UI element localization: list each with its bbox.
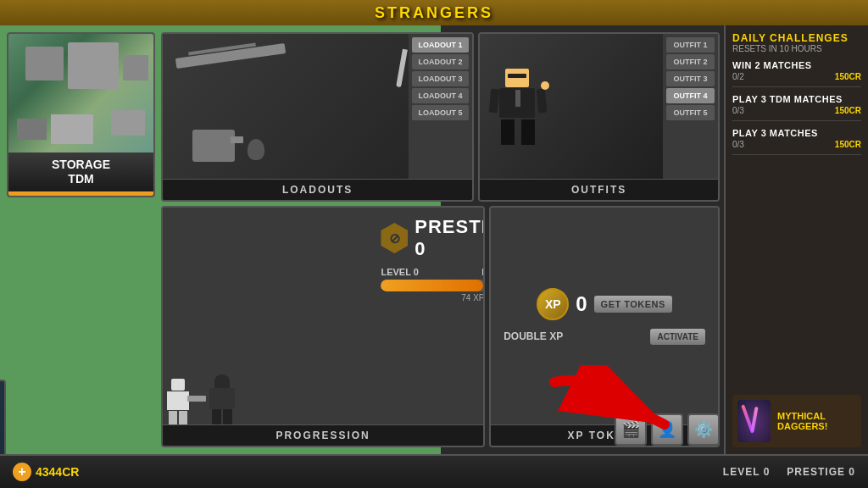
bottom-prestige: PRESTIGE 0	[787, 466, 855, 478]
resets-text: RESETS IN 10 HOURS	[732, 44, 861, 53]
double-xp-label: DOUBLE XP	[504, 330, 643, 342]
outfit-preview: OUTFIT 1 OUTFIT 2 OUTFIT 3 OUTFIT 4 OUTF…	[480, 34, 718, 179]
challenge-win-matches: WIN 2 MATCHES 0/2 150CR	[732, 60, 861, 87]
outfit-tab-5[interactable]: OUTFIT 5	[666, 105, 715, 120]
profile-icon: 👤	[658, 420, 676, 439]
level-labels: LEVEL 0 LEVEL 1	[381, 267, 485, 277]
level-progress-bar	[381, 280, 485, 291]
bottom-level: LEVEL 0	[723, 466, 770, 478]
map-preview	[8, 34, 153, 152]
progression-panel: ⊘ PRESTIGE 0 LEVEL 0 LEVEL 1	[161, 206, 485, 447]
activate-button[interactable]: ACTIVATE	[650, 329, 705, 345]
progression-characters	[163, 208, 298, 424]
challenge-name-3: PLAY 3 MATCHES	[732, 128, 861, 138]
progression-label: PROGRESSION	[163, 424, 483, 446]
add-currency-button[interactable]: +	[13, 463, 31, 481]
game-title: STRANGERS	[375, 4, 493, 22]
challenge-name-2: PLAY 3 TDM MATCHES	[732, 94, 861, 104]
loadout-tab-4[interactable]: LOADOUT 4	[412, 88, 469, 103]
loadout-tab-2[interactable]: LOADOUT 2	[412, 54, 469, 69]
bottom-left: + 4344CR	[13, 463, 79, 481]
level-bar-fill	[381, 280, 483, 291]
profile-button[interactable]: 👤	[651, 413, 683, 446]
daily-challenges-title: DAILY CHALLENGES	[732, 32, 861, 44]
challenge-progress-2: 0/3 150CR	[732, 106, 861, 115]
challenge-name-1: WIN 2 MATCHES	[732, 60, 861, 70]
challenge-tdm-matches: PLAY 3 TDM MATCHES 0/3 150CR	[732, 94, 861, 121]
character-figure	[497, 42, 539, 170]
weapon-grenade	[248, 139, 264, 160]
settings-icon: ⚙️	[694, 420, 713, 439]
double-xp-row: DOUBLE XP ACTIVATE	[499, 329, 709, 345]
outfit-tab-4[interactable]: OUTFIT 4	[666, 88, 715, 103]
outfit-tab-3[interactable]: OUTFIT 3	[666, 71, 715, 86]
xp-content: XP 0 GET TOKENS DOUBLE XP ACTIVATE	[491, 208, 718, 424]
deploy-button[interactable]: DEPLOY	[8, 191, 153, 197]
prog-char-white	[167, 379, 189, 424]
bottom-right: LEVEL 0 PRESTIGE 0	[723, 466, 855, 478]
currency-amount: 4344CR	[36, 465, 79, 479]
right-panel: DAILY CHALLENGES RESETS IN 10 HOURS WIN …	[724, 25, 868, 454]
loadout-tab-5[interactable]: LOADOUT 5	[412, 105, 469, 120]
map-section: STORAGE TDM DEPLOY	[7, 32, 155, 197]
xp-circle-icon: XP	[537, 288, 569, 320]
map-label: STORAGE TDM	[8, 152, 153, 191]
prestige-label: PRESTIGE 0	[415, 216, 485, 260]
bottom-bar: + 4344CR LEVEL 0 PRESTIGE 0	[0, 454, 868, 488]
loadout-preview: LOADOUT 1 LOADOUT 2 LOADOUT 3 LOADOUT 4 …	[163, 34, 472, 179]
xp-token-count: 0	[576, 292, 587, 316]
mythical-label: MYTHICAL DAGGERS!	[777, 411, 856, 431]
currency-badge: + 4344CR	[13, 463, 79, 481]
xp-counter: XP 0 GET TOKENS	[537, 288, 672, 320]
prestige-icon: ⊘	[381, 223, 408, 253]
xp-tokens-panel: XP 0 GET TOKENS DOUBLE XP ACTIVATE XP TO…	[489, 206, 720, 447]
challenge-progress-3: 0/3 150CR	[732, 140, 861, 149]
outfits-panel: OUTFIT 1 OUTFIT 2 OUTFIT 3 OUTFIT 4 OUTF…	[478, 32, 720, 202]
challenge-progress-1: 0/2 150CR	[732, 72, 861, 81]
settings-button[interactable]: ⚙️	[687, 413, 720, 446]
loadouts-label: LOADOUTS	[163, 179, 472, 200]
loadout-tab-1[interactable]: LOADOUT 1	[412, 37, 469, 53]
loadout-tabs: LOADOUT 1 LOADOUT 2 LOADOUT 3 LOADOUT 4 …	[409, 34, 472, 179]
daily-challenges-header: DAILY CHALLENGES RESETS IN 10 HOURS	[732, 32, 861, 53]
progression-content: ⊘ PRESTIGE 0 LEVEL 0 LEVEL 1	[163, 208, 483, 424]
weapon-knife	[396, 49, 408, 87]
prestige-badge: ⊘ PRESTIGE 0	[381, 216, 485, 260]
level-xp-labels: 74 XP / 100 XP	[381, 293, 485, 302]
outfit-tab-1[interactable]: OUTFIT 1	[666, 37, 715, 53]
camera-button[interactable]: 🎬	[615, 413, 647, 446]
mythical-item[interactable]: MYTHICAL DAGGERS!	[732, 395, 861, 447]
outfits-label: OUTFITS	[480, 179, 718, 200]
loadouts-panel: LOADOUT 1 LOADOUT 2 LOADOUT 3 LOADOUT 4 …	[161, 32, 474, 202]
loadout-tab-3[interactable]: LOADOUT 3	[412, 71, 469, 86]
get-tokens-button[interactable]: GET TOKENS	[594, 296, 672, 313]
bottom-icons: 🎬 👤 ⚙️	[615, 413, 720, 446]
top-bar: STRANGERS	[0, 0, 868, 25]
outfit-tabs: OUTFIT 1 OUTFIT 2 OUTFIT 3 OUTFIT 4 OUTF…	[663, 34, 718, 179]
challenge-play-matches: PLAY 3 MATCHES 0/3 150CR	[732, 128, 861, 155]
weapon-pistol	[192, 130, 235, 162]
outfit-tab-2[interactable]: OUTFIT 2	[666, 54, 715, 69]
camera-icon: 🎬	[621, 420, 640, 439]
level-bar-container: LEVEL 0 LEVEL 1 74 XP / 100 XP	[381, 267, 485, 302]
mythical-preview	[737, 400, 771, 442]
prog-char-dark	[209, 374, 235, 424]
